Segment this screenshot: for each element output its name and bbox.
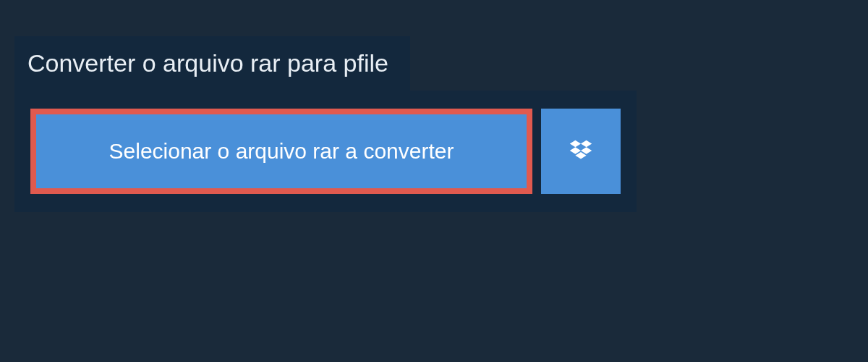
converter-panel: Converter o arquivo rar para pfile Selec… <box>14 36 854 212</box>
select-file-button-label: Selecionar o arquivo rar a converter <box>109 139 454 164</box>
dropbox-icon <box>567 138 595 165</box>
select-file-button[interactable]: Selecionar o arquivo rar a converter <box>30 109 532 194</box>
page-title: Converter o arquivo rar para pfile <box>14 36 410 90</box>
dropbox-button[interactable] <box>541 109 621 194</box>
upload-section: Selecionar o arquivo rar a converter <box>14 90 637 212</box>
